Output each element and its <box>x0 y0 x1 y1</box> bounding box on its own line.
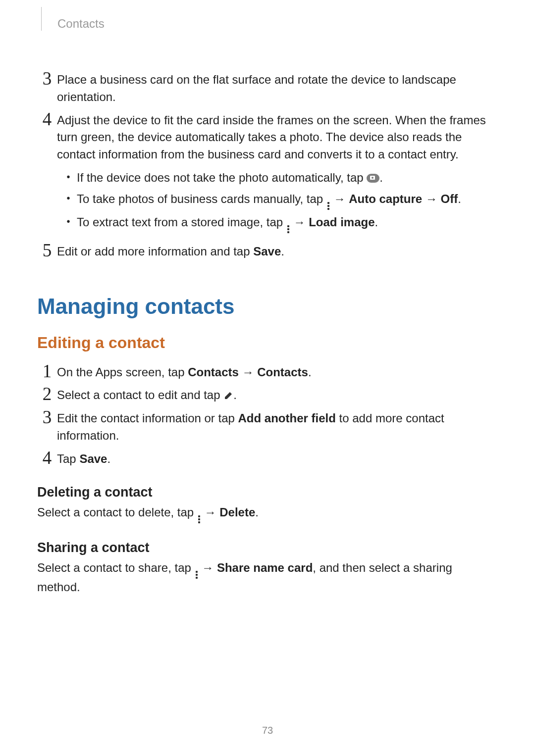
more-options-icon <box>198 515 200 523</box>
step-4: 4 Adjust the device to fit the card insi… <box>37 110 498 237</box>
step-number: 3 <box>37 69 57 88</box>
step-text: Edit the contact information or tap Add … <box>57 408 498 445</box>
heading-editing-contact: Editing a contact <box>37 334 498 352</box>
edit-s1-pre: On the Apps screen, tap <box>57 365 188 379</box>
more-options-icon <box>287 225 289 233</box>
step-text: Adjust the device to fit the card inside… <box>57 110 498 237</box>
step-number: 3 <box>37 408 57 426</box>
deleting-pre: Select a contact to delete, tap <box>37 505 197 519</box>
bullet-text: . <box>379 171 383 184</box>
heading-sharing-contact: Sharing a contact <box>37 540 498 555</box>
save-label: Save <box>79 452 107 465</box>
sharing-pre: Select a contact to share, tap <box>37 561 195 574</box>
bullet-text: If the device does not take the photo au… <box>77 171 367 184</box>
bullet-auto-photo: If the device does not take the photo au… <box>57 169 498 187</box>
more-options-icon <box>196 571 198 579</box>
step-text: Select a contact to edit and tap . <box>57 385 237 404</box>
more-options-icon <box>327 202 329 210</box>
deleting-post: . <box>255 505 259 519</box>
camera-icon <box>367 174 379 183</box>
page-header: Contacts <box>37 0 498 45</box>
page-number: 73 <box>0 725 535 736</box>
step-text: Place a business card on the flat surfac… <box>57 69 498 106</box>
arrow-icon: → <box>334 192 349 205</box>
step-number: 2 <box>37 385 57 403</box>
deleting-body: Select a contact to delete, tap → Delete… <box>37 504 498 523</box>
edit-step-4: 4 Tap Save. <box>37 449 498 468</box>
arrow-icon: → <box>294 215 309 229</box>
add-another-field: Add another field <box>238 411 336 425</box>
bullet-manual-capture: To take photos of business cards manuall… <box>57 191 498 210</box>
sharing-body: Select a contact to share, tap → Share n… <box>37 559 498 596</box>
heading-managing-contacts: Managing contacts <box>37 294 498 319</box>
edit-step-2: 2 Select a contact to edit and tap . <box>37 385 498 404</box>
edit-s2-post: . <box>233 388 237 402</box>
arrow-icon: → <box>239 365 257 379</box>
step-3: 3 Place a business card on the flat surf… <box>37 69 498 106</box>
step-text: Tap Save. <box>57 449 110 468</box>
edit-step-3: 3 Edit the contact information or tap Ad… <box>37 408 498 445</box>
step-4-body: Adjust the device to fit the card inside… <box>57 113 486 161</box>
step-number: 4 <box>37 449 57 467</box>
edit-s4-pre: Tap <box>57 452 79 465</box>
arrow-icon: → <box>201 505 219 519</box>
bullet-load-image: To extract text from a stored image, tap… <box>57 214 498 233</box>
menu-auto-capture: Auto capture <box>349 192 422 205</box>
step-4-bullets: If the device does not take the photo au… <box>57 169 498 233</box>
header-rule <box>37 7 42 31</box>
edit-step-1: 1 On the Apps screen, tap Contacts → Con… <box>37 362 498 381</box>
edit-s1-post: . <box>308 365 312 379</box>
menu-load-image: Load image <box>309 215 374 229</box>
heading-deleting-contact: Deleting a contact <box>37 485 498 500</box>
section-title: Contacts <box>57 16 105 45</box>
step-text: Edit or add more information and tap Sav… <box>57 241 284 260</box>
step-5: 5 Edit or add more information and tap S… <box>37 241 498 260</box>
bullet-text: . <box>458 192 461 205</box>
edit-s3-pre: Edit the contact information or tap <box>57 411 238 425</box>
app-contacts: Contacts <box>188 365 239 379</box>
arrow-icon: → <box>426 192 441 205</box>
bullet-text: To take photos of business cards manuall… <box>77 192 326 205</box>
tab-contacts: Contacts <box>257 365 308 379</box>
step-text: On the Apps screen, tap Contacts → Conta… <box>57 362 312 381</box>
step-number: 1 <box>37 362 57 380</box>
step-number: 4 <box>37 110 57 128</box>
menu-off: Off <box>441 192 458 205</box>
save-label: Save <box>253 245 281 258</box>
bullet-text: . <box>375 215 378 229</box>
arrow-icon: → <box>199 561 217 574</box>
step-5-post: . <box>281 245 284 258</box>
step-5-pre: Edit or add more information and tap <box>57 245 253 258</box>
edit-s2-pre: Select a contact to edit and tap <box>57 388 223 402</box>
bullet-text: To extract text from a stored image, tap <box>77 215 286 229</box>
menu-share-name-card: Share name card <box>217 561 313 574</box>
menu-delete: Delete <box>219 505 255 519</box>
edit-s4-post: . <box>107 452 110 465</box>
edit-pencil-icon <box>223 388 233 398</box>
step-number: 5 <box>37 241 57 259</box>
